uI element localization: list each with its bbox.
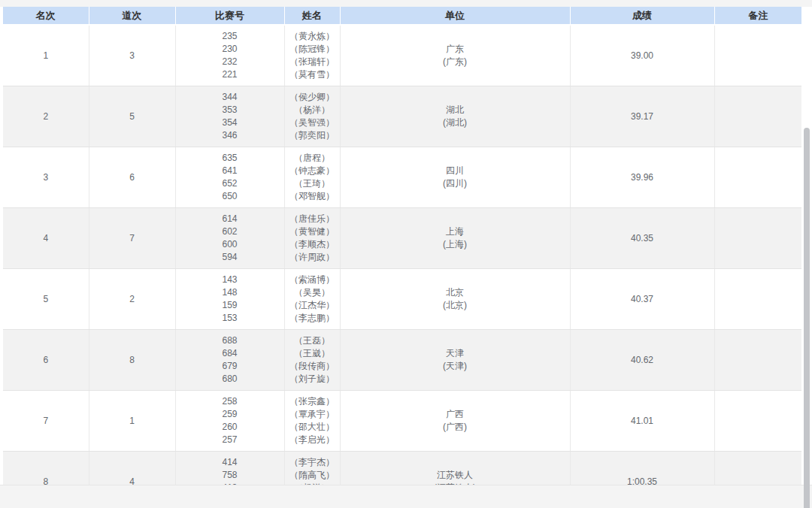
remark-cell — [714, 25, 801, 86]
vertical-scrollbar[interactable] — [803, 0, 812, 508]
unit-name: 上海 — [342, 225, 568, 238]
header-rank: 名次 — [3, 7, 89, 25]
unit-sub: (四川) — [342, 177, 568, 190]
unit-sub: (湖北) — [342, 116, 568, 129]
bib-numbers-cell: 258259260257 — [175, 391, 284, 452]
names-cell: （唐程）（钟志豪）（王琦）（邓智舰） — [284, 147, 340, 208]
unit-sub: (上海) — [342, 238, 568, 251]
header-unit: 单位 — [340, 7, 570, 25]
rank-cell: 7 — [3, 391, 89, 452]
unit-cell: 湖北 (湖北) — [340, 86, 570, 147]
unit-name: 湖北 — [342, 104, 568, 116]
unit-cell: 四川 (四川) — [340, 147, 570, 208]
header-name: 姓名 — [284, 7, 340, 25]
result-cell: 40.35 — [570, 208, 714, 269]
unit-name: 四川 — [342, 165, 568, 177]
lane-cell: 8 — [89, 330, 175, 391]
result-cell: 39.00 — [570, 25, 714, 86]
table-row: 3 6 635641652650 （唐程）（钟志豪）（王琦）（邓智舰） 四川 (… — [3, 147, 801, 208]
lane-cell: 5 — [89, 86, 175, 147]
table-header: 名次 道次 比赛号 姓名 单位 成绩 备注 — [3, 7, 801, 25]
results-body: 1 3 235230232221 （黄永炼）（陈冠锋）（张瑞轩）（莫有雪） 广东… — [3, 25, 801, 508]
header-remark: 备注 — [714, 7, 801, 25]
remark-cell — [714, 391, 801, 452]
names-cell: （黄永炼）（陈冠锋）（张瑞轩）（莫有雪） — [284, 25, 340, 86]
result-cell: 39.96 — [570, 147, 714, 208]
names-cell: （索涵博）（吴昊）（江杰华）（李志鹏） — [284, 269, 340, 330]
unit-sub: (天津) — [342, 360, 568, 373]
lane-cell: 3 — [89, 25, 175, 86]
results-page: 名次 道次 比赛号 姓名 单位 成绩 备注 1 3 235230232221 （… — [0, 0, 812, 508]
unit-sub: (广东) — [342, 56, 568, 68]
bib-numbers-cell: 614602600594 — [175, 208, 284, 269]
remark-cell — [714, 330, 801, 391]
names-cell: （侯少卿）（杨洋）（吴智强）（郭奕阳） — [284, 86, 340, 147]
table-row: 5 2 143148159153 （索涵博）（吴昊）（江杰华）（李志鹏） 北京 … — [3, 269, 801, 330]
lane-cell: 7 — [89, 208, 175, 269]
result-cell: 39.17 — [570, 86, 714, 147]
unit-name: 广西 — [342, 408, 568, 421]
table-row: 1 3 235230232221 （黄永炼）（陈冠锋）（张瑞轩）（莫有雪） 广东… — [3, 25, 801, 86]
bib-numbers-cell: 635641652650 — [175, 147, 284, 208]
bib-numbers-cell: 688684679680 — [175, 330, 284, 391]
lane-cell: 1 — [89, 391, 175, 452]
lane-cell: 6 — [89, 147, 175, 208]
rank-cell: 2 — [3, 86, 89, 147]
names-cell: （王磊）（王崴）（段传商）（刘子旋） — [284, 330, 340, 391]
lane-cell: 2 — [89, 269, 175, 330]
rank-cell: 5 — [3, 269, 89, 330]
bib-numbers-cell: 143148159153 — [175, 269, 284, 330]
bottom-strip — [0, 485, 812, 508]
header-result: 成绩 — [570, 7, 714, 25]
table-row: 7 1 258259260257 （张宗鑫）（覃承宇）（邵大壮）（李启光） 广西… — [3, 391, 801, 452]
unit-sub: (广西) — [342, 421, 568, 434]
names-cell: （唐佳乐）（黄智健）（李顺杰）（许周政） — [284, 208, 340, 269]
bib-numbers-cell: 344353354346 — [175, 86, 284, 147]
top-strip — [0, 0, 812, 7]
rank-cell: 3 — [3, 147, 89, 208]
unit-cell: 广东 (广东) — [340, 25, 570, 86]
rank-cell: 6 — [3, 330, 89, 391]
result-cell: 40.62 — [570, 330, 714, 391]
rank-cell: 4 — [3, 208, 89, 269]
names-cell: （张宗鑫）（覃承宇）（邵大壮）（李启光） — [284, 391, 340, 452]
header-bib: 比赛号 — [175, 7, 284, 25]
scrollbar-thumb[interactable] — [804, 128, 810, 508]
table-row: 4 7 614602600594 （唐佳乐）（黄智健）（李顺杰）（许周政） 上海… — [3, 208, 801, 269]
remark-cell — [714, 269, 801, 330]
bib-numbers-cell: 235230232221 — [175, 25, 284, 86]
unit-name: 天津 — [342, 347, 568, 360]
unit-cell: 北京 (北京) — [340, 269, 570, 330]
result-cell: 40.37 — [570, 269, 714, 330]
unit-name: 广东 — [342, 43, 568, 56]
remark-cell — [714, 208, 801, 269]
header-lane: 道次 — [89, 7, 175, 25]
remark-cell — [714, 147, 801, 208]
unit-cell: 天津 (天津) — [340, 330, 570, 391]
result-cell: 41.01 — [570, 391, 714, 452]
unit-name: 北京 — [342, 286, 568, 299]
remark-cell — [714, 86, 801, 147]
results-table: 名次 道次 比赛号 姓名 单位 成绩 备注 1 3 235230232221 （… — [3, 7, 801, 508]
unit-name: 江苏铁人 — [342, 469, 568, 482]
table-row: 2 5 344353354346 （侯少卿）（杨洋）（吴智强）（郭奕阳） 湖北 … — [3, 86, 801, 147]
unit-sub: (北京) — [342, 299, 568, 312]
unit-cell: 上海 (上海) — [340, 208, 570, 269]
table-row: 6 8 688684679680 （王磊）（王崴）（段传商）（刘子旋） 天津 (… — [3, 330, 801, 391]
rank-cell: 1 — [3, 25, 89, 86]
unit-cell: 广西 (广西) — [340, 391, 570, 452]
